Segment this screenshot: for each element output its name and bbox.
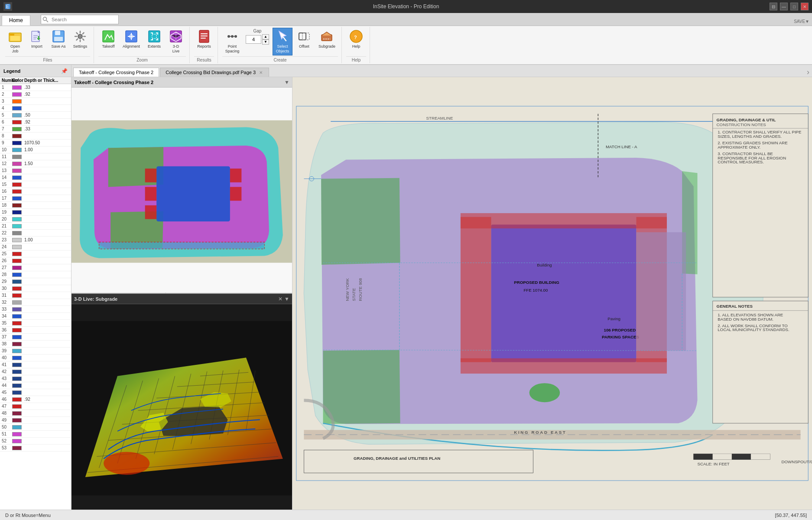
legend-row[interactable]: 49	[0, 417, 71, 424]
legend-row-color	[12, 244, 24, 250]
legend-row[interactable]: 22	[0, 230, 71, 237]
reports-button[interactable]: Reports	[194, 28, 214, 51]
legend-row[interactable]: 1 .33	[0, 84, 71, 91]
plan-view[interactable]: Building PROPOSED BUILDING FFE 1074.00 P…	[292, 77, 812, 510]
tab-home[interactable]: Home	[2, 15, 30, 26]
legend-row[interactable]: 9 1070.50	[0, 140, 71, 146]
svg-rect-10	[54, 37, 63, 41]
legend-row[interactable]: 5 .50	[0, 112, 71, 119]
legend-row[interactable]: 33	[0, 306, 71, 313]
legend-row[interactable]: 35	[0, 320, 71, 327]
legend-row[interactable]: 53	[0, 445, 71, 452]
search-input[interactable]	[41, 15, 119, 24]
select-objects-button[interactable]: SelectObjects	[273, 28, 292, 55]
legend-row[interactable]: 37	[0, 334, 71, 341]
legend-row[interactable]: 6 .92	[0, 119, 71, 126]
settings-button[interactable]: Settings	[70, 28, 90, 51]
svg-rect-80	[694, 454, 713, 459]
3d-live-button[interactable]: 3-DLive	[166, 28, 186, 55]
legend-row[interactable]: 27	[0, 264, 71, 271]
legend-row[interactable]: 7 .33	[0, 126, 71, 133]
takeoff-view-arrow[interactable]: ▼	[284, 79, 289, 85]
restore-button[interactable]: ⊟	[770, 3, 777, 10]
legend-row[interactable]: 16	[0, 188, 71, 195]
legend-row[interactable]: 39	[0, 348, 71, 354]
svg-rect-83	[751, 454, 770, 459]
legend-row[interactable]: 32	[0, 299, 71, 306]
legend-row[interactable]: 38	[0, 341, 71, 348]
legend-row-num: 52	[2, 439, 12, 443]
minimize-button[interactable]: —	[780, 3, 788, 10]
legend-row[interactable]: 12 1.50	[0, 160, 71, 167]
legend-row[interactable]: 28	[0, 271, 71, 278]
bid-drawings-tab-close[interactable]: ✕	[258, 70, 263, 75]
legend-row[interactable]: 15	[0, 181, 71, 188]
legend-row[interactable]: 51	[0, 431, 71, 438]
legend-row[interactable]: 10 1.00	[0, 146, 71, 153]
legend-row-color	[12, 113, 24, 118]
legend-row[interactable]: 24	[0, 244, 71, 250]
legend-row-num: 37	[2, 335, 12, 339]
gap-spinner[interactable]: ▲ ▼	[262, 34, 269, 45]
legend-color-swatch	[12, 120, 22, 124]
legend-row[interactable]: 25	[0, 250, 71, 257]
legend-row-color	[12, 231, 24, 236]
help-button[interactable]: ? Help	[346, 28, 366, 51]
legend-row[interactable]: 19	[0, 209, 71, 216]
legend-row[interactable]: 18	[0, 202, 71, 209]
legend-row[interactable]: 41	[0, 361, 71, 368]
subgrade-button[interactable]: Subgrade	[316, 28, 338, 51]
alignment-button[interactable]: Alignment	[120, 28, 143, 51]
takeoff-canvas[interactable]: ↖	[71, 90, 292, 293]
legend-pin-icon[interactable]: 📌	[61, 68, 68, 74]
subgrade-3d-canvas[interactable]	[71, 307, 292, 510]
legend-row[interactable]: 46 .92	[0, 396, 71, 403]
legend-row[interactable]: 8	[0, 133, 71, 140]
legend-row[interactable]: 21	[0, 223, 71, 230]
legend-row[interactable]: 45	[0, 389, 71, 396]
legend-row[interactable]: 47	[0, 403, 71, 410]
legend-row[interactable]: 40	[0, 354, 71, 361]
takeoff-tab[interactable]: Takeoff - College Crossing Phase 2	[73, 68, 159, 77]
legend-row[interactable]: 20	[0, 216, 71, 223]
subgrade-arrow[interactable]: ▼	[284, 296, 289, 302]
tab-scroll-right[interactable]: ›	[807, 68, 809, 77]
close-button[interactable]: ✕	[801, 3, 809, 10]
legend-row[interactable]: 14	[0, 174, 71, 181]
offset-button[interactable]: Offset	[294, 28, 314, 51]
legend-row[interactable]: 3	[0, 98, 71, 105]
legend-row[interactable]: 4	[0, 105, 71, 112]
legend-row[interactable]: 48	[0, 410, 71, 417]
gap-up[interactable]: ▲	[262, 34, 269, 39]
legend-row[interactable]: 13	[0, 167, 71, 174]
legend-row[interactable]: 52	[0, 438, 71, 445]
legend-row[interactable]: 23 1.00	[0, 237, 71, 244]
point-spacing-button[interactable]: PointSpacing	[222, 28, 242, 55]
legend-row[interactable]: 44	[0, 382, 71, 389]
maximize-button[interactable]: □	[790, 3, 798, 10]
import-button[interactable]: Import	[27, 28, 47, 51]
legend-row[interactable]: 17	[0, 195, 71, 202]
legend-row[interactable]: 30	[0, 285, 71, 292]
open-job-button[interactable]: OpenJob	[5, 28, 25, 55]
legend-color-swatch	[12, 127, 22, 131]
window-controls[interactable]: ⊟ — □ ✕	[770, 3, 809, 10]
legend-row[interactable]: 42	[0, 368, 71, 375]
legend-row[interactable]: 36	[0, 327, 71, 334]
legend-row[interactable]: 34	[0, 313, 71, 320]
legend-row[interactable]: 31	[0, 292, 71, 299]
gap-down[interactable]: ▼	[262, 39, 269, 45]
bid-drawings-tab[interactable]: College Crossing Bid Drawings.pdf Page 3…	[160, 68, 269, 77]
legend-row[interactable]: 2 .92	[0, 91, 71, 98]
takeoff-button[interactable]: Takeoff	[98, 28, 118, 51]
gap-input[interactable]	[246, 35, 261, 44]
legend-row[interactable]: 29	[0, 278, 71, 285]
legend-row[interactable]: 50	[0, 424, 71, 431]
save-as-button[interactable]: Save As	[49, 28, 68, 51]
legend-row[interactable]: 43	[0, 375, 71, 382]
legend-color-swatch	[12, 335, 22, 339]
legend-row[interactable]: 11	[0, 153, 71, 160]
extents-button[interactable]: Extents	[144, 28, 164, 51]
subgrade-close-btn[interactable]: ✕	[278, 296, 283, 302]
legend-row[interactable]: 26	[0, 257, 71, 264]
